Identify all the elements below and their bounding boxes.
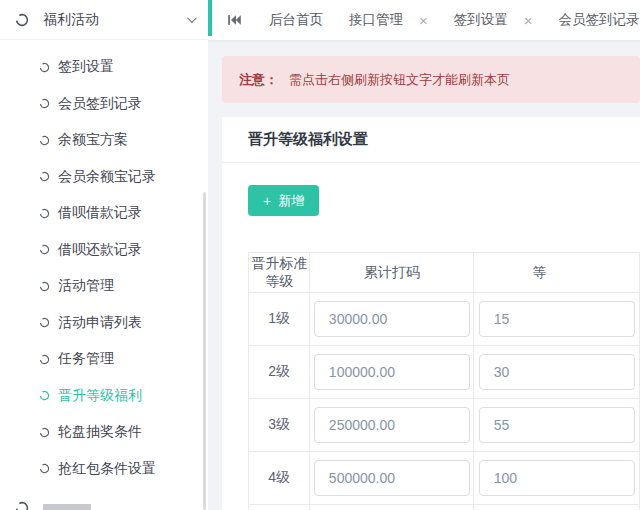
- circle-icon: [39, 208, 50, 219]
- level-cell: [249, 505, 310, 510]
- main-area: 后台首页 接口管理 × 签到设置 × 会员签到记录 × 注意： 需点击右侧刷新按…: [208, 0, 640, 510]
- notice-prefix: 注意：: [239, 71, 278, 89]
- turnover-input[interactable]: [314, 407, 470, 443]
- sidebar-item-activity-apply-list[interactable]: 活动申请列表: [0, 305, 208, 342]
- table-row: 4级: [249, 452, 640, 505]
- sidebar-group-label: 福利活动: [43, 11, 99, 29]
- cutoff-label-placeholder: [43, 504, 91, 510]
- sidebar-item-jiebei-repay-records[interactable]: 借呗还款记录: [0, 232, 208, 269]
- col-header-level: 晋升标准等级: [249, 253, 310, 293]
- table-row: 1级: [249, 293, 640, 346]
- circle-icon: [39, 354, 50, 365]
- sidebar-item-jiebei-loan-records[interactable]: 借呗借款记录: [0, 195, 208, 232]
- plus-icon: +: [263, 194, 271, 208]
- level-cell: 3级: [249, 399, 310, 452]
- reward-input[interactable]: [479, 354, 635, 390]
- reward-input[interactable]: [479, 407, 635, 443]
- table-header-row: 晋升标准等级 累计打码 等: [249, 253, 640, 293]
- add-button[interactable]: + 新增: [248, 185, 319, 216]
- turnover-input[interactable]: [314, 301, 470, 337]
- close-icon[interactable]: ×: [419, 13, 428, 28]
- tab-dashboard-home[interactable]: 后台首页: [269, 11, 323, 29]
- tab-label: 签到设置: [454, 11, 508, 29]
- sidebar: 福利活动 签到设置 会员签到记录 余额宝方案 会员余额宝记录 借呗借款记录 借呗…: [0, 0, 208, 510]
- sidebar-scrollbar[interactable]: [203, 192, 206, 510]
- circle-icon: [39, 463, 50, 474]
- table-row: 3级: [249, 399, 640, 452]
- tab-label: 后台首页: [269, 11, 323, 29]
- sidebar-item-label: 活动申请列表: [58, 314, 142, 332]
- col-header-turnover: 累计打码: [310, 253, 474, 293]
- level-cell: 1级: [249, 293, 310, 346]
- table-row: 2级: [249, 346, 640, 399]
- sidebar-item-label: 余额宝方案: [58, 131, 128, 149]
- level-cell: 2级: [249, 346, 310, 399]
- sidebar-item-activity-management[interactable]: 活动管理: [0, 268, 208, 305]
- sidebar-item-promotion-level-welfare[interactable]: 晋升等级福利: [0, 378, 208, 415]
- circle-icon: [39, 135, 50, 146]
- levels-table-wrap: 晋升标准等级 累计打码 等 1级 2级: [248, 252, 640, 510]
- circle-icon: [15, 501, 29, 510]
- refresh-notice-banner: 注意： 需点击右侧刷新按钮文字才能刷新本页: [222, 56, 640, 103]
- sidebar-item-task-management[interactable]: 任务管理: [0, 341, 208, 378]
- reward-input[interactable]: [479, 301, 635, 337]
- table-row-partial: [249, 505, 640, 510]
- panel-title: 晋升等级福利设置: [248, 130, 368, 149]
- close-icon[interactable]: ×: [524, 13, 533, 28]
- sidebar-item-label: 借呗还款记录: [58, 241, 142, 259]
- promotion-welfare-panel: 晋升等级福利设置 + 新增 晋升标准等级 累计打码 等: [222, 117, 640, 510]
- tab-member-signin-records[interactable]: 会员签到记录 ×: [559, 11, 640, 29]
- sidebar-item-wheel-lottery-conditions[interactable]: 轮盘抽奖条件: [0, 414, 208, 451]
- turnover-input[interactable]: [314, 460, 470, 496]
- sidebar-item-label: 会员签到记录: [58, 95, 142, 113]
- active-tab-indicator: [208, 0, 212, 36]
- turnover-input[interactable]: [314, 354, 470, 390]
- sidebar-item-cutoff[interactable]: [0, 497, 208, 510]
- notice-text: 需点击右侧刷新按钮文字才能刷新本页: [289, 71, 510, 89]
- circle-icon: [39, 281, 50, 292]
- circle-icon: [39, 62, 50, 73]
- tab-api-management[interactable]: 接口管理 ×: [349, 11, 428, 29]
- tab-label: 接口管理: [349, 11, 403, 29]
- sidebar-menu: 签到设置 会员签到记录 余额宝方案 会员余额宝记录 借呗借款记录 借呗还款记录 …: [0, 40, 208, 487]
- tab-label: 会员签到记录: [559, 11, 640, 29]
- col-header-reward: 等: [474, 253, 640, 293]
- panel-header: 晋升等级福利设置: [222, 117, 640, 163]
- sidebar-item-label: 活动管理: [58, 277, 114, 295]
- sidebar-item-label: 会员余额宝记录: [58, 168, 156, 186]
- chevron-down-icon: [187, 13, 197, 23]
- circle-icon: [39, 427, 50, 438]
- circle-icon: [39, 317, 50, 328]
- circle-icon: [39, 171, 50, 182]
- level-cell: 4级: [249, 452, 310, 505]
- sidebar-item-member-signin-records[interactable]: 会员签到记录: [0, 86, 208, 123]
- sidebar-item-label: 晋升等级福利: [58, 387, 142, 405]
- skip-to-first-tab-icon[interactable]: [228, 14, 241, 26]
- circle-icon: [39, 390, 50, 401]
- sidebar-item-signin-settings[interactable]: 签到设置: [0, 49, 208, 86]
- tab-signin-settings[interactable]: 签到设置 ×: [454, 11, 533, 29]
- sidebar-item-member-yuebao-records[interactable]: 会员余额宝记录: [0, 159, 208, 196]
- sidebar-item-yuebao-plan[interactable]: 余额宝方案: [0, 122, 208, 159]
- circle-icon: [15, 13, 29, 27]
- sidebar-item-label: 轮盘抽奖条件: [58, 423, 142, 441]
- tab-bar: 后台首页 接口管理 × 签到设置 × 会员签到记录 ×: [208, 0, 640, 40]
- sidebar-group-welfare[interactable]: 福利活动: [0, 0, 208, 40]
- levels-table: 晋升标准等级 累计打码 等 1级 2级: [248, 252, 640, 510]
- reward-input[interactable]: [479, 460, 635, 496]
- panel-body: + 新增 晋升标准等级 累计打码 等 1级: [222, 163, 640, 510]
- sidebar-item-red-packet-conditions[interactable]: 抢红包条件设置: [0, 451, 208, 488]
- circle-icon: [39, 98, 50, 109]
- sidebar-item-label: 抢红包条件设置: [58, 460, 156, 478]
- circle-icon: [39, 244, 50, 255]
- sidebar-item-label: 任务管理: [58, 350, 114, 368]
- sidebar-item-label: 签到设置: [58, 58, 114, 76]
- add-button-label: 新增: [278, 192, 304, 210]
- sidebar-item-label: 借呗借款记录: [58, 204, 142, 222]
